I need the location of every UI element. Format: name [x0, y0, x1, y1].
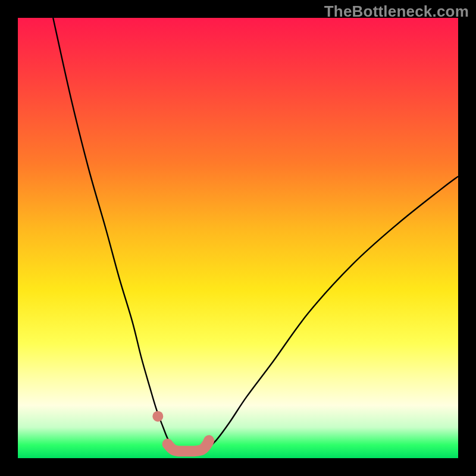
valley-marker	[168, 440, 209, 451]
right-curve	[203, 176, 458, 449]
left-dot-marker	[152, 411, 163, 422]
chart-svg	[18, 18, 458, 458]
chart-frame: TheBottleneck.com	[0, 0, 476, 476]
plot-area	[18, 18, 458, 458]
left-curve	[53, 18, 177, 449]
